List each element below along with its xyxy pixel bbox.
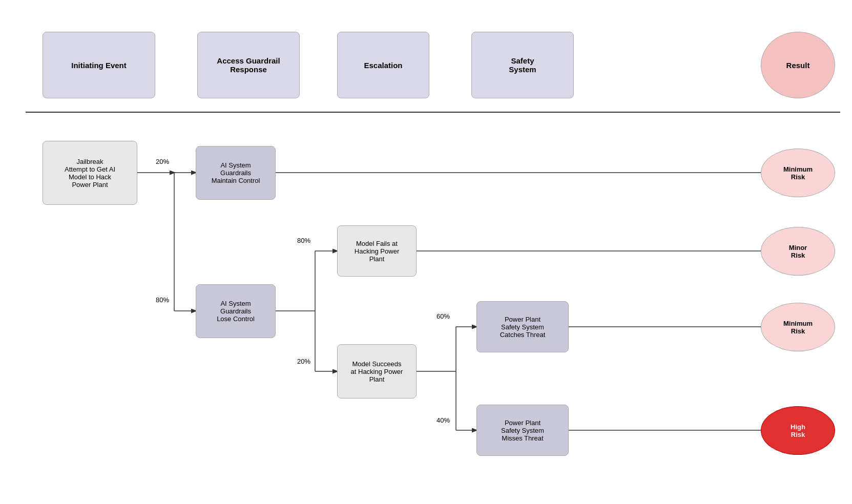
divider [26,112,840,113]
header-result: Result [761,32,835,98]
diagram-container: Initiating Event Access GuardrailRespons… [0,0,852,504]
node-model-succeeds: Model Succeedsat Hacking PowerPlant [337,344,417,398]
label-prob-40-misses: 40% [437,416,450,424]
result-minimum-risk-2: MinimumRisk [761,303,835,351]
header-access-guardrail: Access GuardrailResponse [197,32,300,98]
result-high-risk: HighRisk [761,406,835,455]
result-minimum-risk-1: MinimumRisk [761,149,835,197]
node-safety-catches: Power PlantSafety SystemCatches Threat [476,301,569,352]
node-model-fails: Model Fails atHacking PowerPlant [337,225,417,277]
label-prob-20-succeeds: 20% [297,358,310,365]
label-prob-80-bottom: 80% [156,296,169,304]
header-initiating-event: Initiating Event [43,32,155,98]
header-safety-system: SafetySystem [471,32,574,98]
node-guardrails-maintain: AI SystemGuardrailsMaintain Control [196,146,276,200]
node-guardrails-lose: AI SystemGuardrailsLose Control [196,284,276,338]
label-prob-80-fails: 80% [297,237,310,244]
label-prob-20-top: 20% [156,158,169,165]
label-prob-60-catches: 60% [437,312,450,320]
result-minor-risk: MinorRisk [761,227,835,276]
node-safety-misses: Power PlantSafety SystemMisses Threat [476,405,569,456]
node-initiating-event: JailbreakAttempt to Get AIModel to HackP… [43,141,137,205]
header-escalation: Escalation [337,32,429,98]
